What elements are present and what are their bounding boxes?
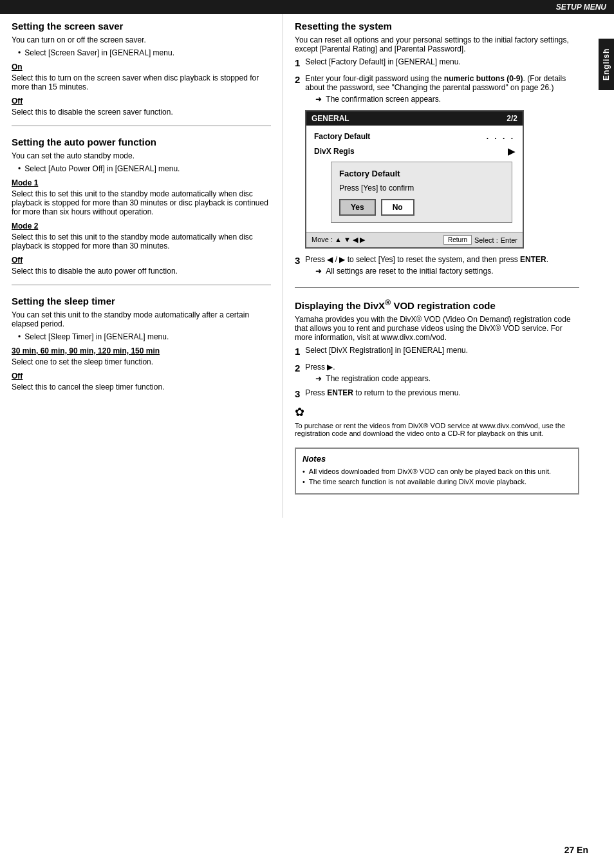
note-2: The time search function is not availabl… <box>302 478 572 486</box>
no-button[interactable]: No <box>381 199 414 216</box>
divx-regis-arrow: ▶ <box>508 146 515 156</box>
notes-title: Notes <box>302 454 572 464</box>
divx-step-3: 3 Press ENTER to return to the previous … <box>295 388 579 400</box>
divx-step2-number: 2 <box>295 363 300 383</box>
sleep-off-heading: Off <box>12 372 271 381</box>
divx-step3-number: 3 <box>295 388 300 400</box>
divx-step-2: 2 Press ▶. The registration code appears… <box>295 363 579 383</box>
divx-regis-row: DivX Regis ▶ <box>312 144 517 159</box>
tip-icon: ✿ <box>295 405 579 419</box>
auto-power-bullet: Select [Auto Power Off] in [GENERAL] men… <box>18 164 271 173</box>
divx-step2-arrow: The registration code appears. <box>315 374 579 383</box>
screen-saver-off-desc: Select this to disable the screen saver … <box>12 108 271 117</box>
popup-title: Factory Default <box>339 169 504 178</box>
mode2-heading: Mode 2 <box>12 222 271 231</box>
dialog-popup: Factory Default Press [Yes] to confirm Y… <box>331 162 512 223</box>
resetting-title: Resetting the system <box>295 21 579 32</box>
step3-number: 3 <box>295 255 300 276</box>
sleep-off-desc: Select this to cancel the sleep timer fu… <box>12 382 271 392</box>
mode1-heading: Mode 1 <box>12 178 271 187</box>
auto-power-off-heading: Off <box>12 256 271 265</box>
tip-text: To purchase or rent the videos from DivX… <box>295 422 579 437</box>
auto-power-section: Setting the auto power function You can … <box>12 137 271 285</box>
sleep-timer-section: Setting the sleep timer You can set this… <box>12 296 271 401</box>
screen-saver-section: Setting the screen saver You can turn on… <box>12 21 271 126</box>
auto-power-off-desc: Select this to disable the auto power of… <box>12 267 271 276</box>
timer-mins-heading: 30 min, 60 min, 90 min, 120 min, 150 min <box>12 346 271 355</box>
reset-step-3: 3 Press ◀ / ▶ to select [Yes] to reset t… <box>295 255 579 276</box>
dialog-body: Factory Default . . . . DivX Regis ▶ Fac… <box>306 126 523 232</box>
right-column: Resetting the system You can reset all o… <box>283 14 605 518</box>
resetting-section: Resetting the system You can reset all o… <box>295 21 579 288</box>
general-dialog: GENERAL 2/2 Factory Default . . . . DivX… <box>305 110 524 249</box>
popup-subtitle: Press [Yes] to confirm <box>339 184 504 193</box>
dialog-select: Return Select : Enter <box>443 235 517 245</box>
reset-step-2: 2 Enter your four-digit password using t… <box>295 74 579 104</box>
screen-saver-title: Setting the screen saver <box>12 21 271 32</box>
step3-arrow: All settings are reset to the initial fa… <box>315 267 579 276</box>
divx-step1-content: Select [DivX Registration] in [GENERAL] … <box>305 346 579 357</box>
mode1-desc: Select this to set this unit to the stan… <box>12 189 271 216</box>
note-1: All videos downloaded from DivX® VOD can… <box>302 467 572 475</box>
step1-content: Select [Factory Default] in [GENERAL] me… <box>305 57 579 69</box>
notes-box: Notes All videos downloaded from DivX® V… <box>295 448 579 495</box>
divx-section: Displaying the DivX® VOD registration co… <box>295 298 579 501</box>
enter-label: Enter <box>501 236 517 244</box>
left-column: Setting the screen saver You can turn on… <box>0 14 283 518</box>
top-bar-label: SETUP MENU <box>556 3 606 12</box>
screen-saver-off-heading: Off <box>12 97 271 106</box>
resetting-desc: You can reset all options and your perso… <box>295 35 579 53</box>
page-number: 27 En <box>564 845 588 855</box>
auto-power-desc: You can set the auto standby mode. <box>12 151 271 160</box>
step2-number: 2 <box>295 74 300 104</box>
return-button[interactable]: Return <box>443 235 472 245</box>
dialog-footer: Move : ▲ ▼ ◀ ▶ Return Select : Enter <box>306 232 523 247</box>
divx-step2-content: Press ▶. The registration code appears. <box>305 363 579 383</box>
sleep-timer-bullet: Select [Sleep Timer] in [GENERAL] menu. <box>18 332 271 341</box>
factory-default-dots: . . . . <box>487 132 515 141</box>
step3-content: Press ◀ / ▶ to select [Yes] to reset the… <box>305 255 579 276</box>
auto-power-title: Setting the auto power function <box>12 137 271 147</box>
divx-regis-label: DivX Regis <box>314 147 355 156</box>
screen-saver-on-heading: On <box>12 62 271 71</box>
dialog-move-label: Move : ▲ ▼ ◀ ▶ <box>312 236 365 244</box>
divx-desc: Yamaha provides you with the DivX® VOD (… <box>295 315 579 342</box>
side-tab: English <box>599 39 614 90</box>
step2-content: Enter your four-digit password using the… <box>305 74 579 104</box>
sleep-timer-title: Setting the sleep timer <box>12 296 271 307</box>
factory-default-label: Factory Default <box>314 132 370 141</box>
screen-saver-on-desc: Select this to turn on the screen saver … <box>12 73 271 91</box>
main-content: Setting the screen saver You can turn on… <box>0 14 614 518</box>
step1-number: 1 <box>295 57 300 69</box>
timer-mins-desc: Select one to set the sleep timer functi… <box>12 357 271 366</box>
divx-step3-content: Press ENTER to return to the previous me… <box>305 388 579 400</box>
sleep-timer-desc: You can set this unit to the standby mod… <box>12 310 271 328</box>
top-bar: SETUP MENU <box>0 0 614 14</box>
mode2-desc: Select this to set this unit to the stan… <box>12 232 271 250</box>
divx-step-1: 1 Select [DivX Registration] in [GENERAL… <box>295 346 579 357</box>
dialog-header-right: 2/2 <box>507 114 517 123</box>
yes-button[interactable]: Yes <box>339 199 376 216</box>
dialog-move: Move : ▲ ▼ ◀ ▶ <box>312 236 365 244</box>
dialog-header: GENERAL 2/2 <box>306 111 523 126</box>
screen-saver-desc: You can turn on or off the screen saver. <box>12 35 271 44</box>
dialog-header-left: GENERAL <box>312 114 349 123</box>
step2-arrow: The confirmation screen appears. <box>315 95 579 104</box>
factory-default-row: Factory Default . . . . <box>312 129 517 144</box>
reset-step-1: 1 Select [Factory Default] in [GENERAL] … <box>295 57 579 69</box>
screen-saver-bullet: Select [Screen Saver] in [GENERAL] menu. <box>18 48 271 57</box>
popup-buttons: Yes No <box>339 199 504 216</box>
divx-step1-number: 1 <box>295 346 300 357</box>
divx-title: Displaying the DivX® VOD registration co… <box>295 298 579 311</box>
select-label: Select : <box>474 236 498 244</box>
